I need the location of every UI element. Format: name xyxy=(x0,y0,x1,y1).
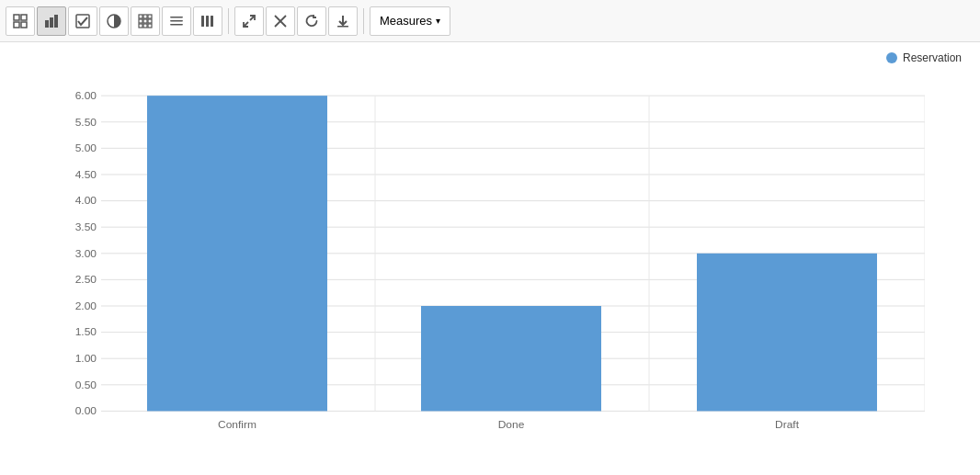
separator-2 xyxy=(363,8,364,34)
svg-rect-20 xyxy=(170,24,183,26)
legend-label: Reservation xyxy=(903,51,962,64)
svg-text:0.50: 0.50 xyxy=(75,379,97,390)
refresh-button[interactable] xyxy=(297,6,326,36)
chart-legend: Reservation xyxy=(886,51,962,64)
measures-dropdown-button[interactable]: Measures ▾ xyxy=(370,6,450,36)
contrast-button[interactable] xyxy=(99,6,129,36)
svg-rect-21 xyxy=(201,16,204,27)
svg-rect-1 xyxy=(21,15,27,20)
check-button[interactable] xyxy=(68,6,97,36)
menu-button[interactable] xyxy=(162,6,191,36)
svg-text:4.00: 4.00 xyxy=(75,195,97,207)
bar-done xyxy=(421,306,601,411)
svg-text:1.00: 1.00 xyxy=(75,352,97,364)
svg-rect-10 xyxy=(143,15,147,18)
svg-rect-17 xyxy=(148,24,152,28)
svg-rect-11 xyxy=(148,15,152,18)
svg-rect-14 xyxy=(148,19,152,23)
svg-text:Done: Done xyxy=(498,419,525,431)
columns-button[interactable] xyxy=(193,6,222,36)
svg-text:5.50: 5.50 xyxy=(75,116,97,128)
svg-text:1.50: 1.50 xyxy=(75,326,97,338)
bar-confirm xyxy=(147,96,327,411)
svg-rect-15 xyxy=(139,24,142,28)
bar-chart-button[interactable] xyxy=(37,6,66,36)
svg-text:2.00: 2.00 xyxy=(75,300,97,311)
svg-text:2.50: 2.50 xyxy=(75,273,97,285)
svg-text:3.50: 3.50 xyxy=(75,221,97,232)
svg-rect-22 xyxy=(206,16,209,27)
svg-rect-5 xyxy=(50,17,53,28)
toolbar: Measures ▾ xyxy=(0,0,980,42)
download-button[interactable] xyxy=(328,6,358,36)
svg-rect-6 xyxy=(54,15,58,28)
svg-rect-4 xyxy=(45,20,49,28)
fullscreen-button[interactable] xyxy=(266,6,295,36)
svg-text:4.50: 4.50 xyxy=(75,168,97,180)
svg-text:6.00: 6.00 xyxy=(75,89,97,101)
chart-area: Reservation 6.00 5.50 5.00 4.50 4.00 3.5… xyxy=(0,42,980,475)
separator-1 xyxy=(228,8,229,34)
measures-arrow-icon: ▾ xyxy=(436,16,440,26)
svg-text:Confirm: Confirm xyxy=(218,419,256,431)
svg-rect-13 xyxy=(143,19,147,23)
table-view-button[interactable] xyxy=(6,6,35,36)
legend-dot xyxy=(886,52,897,63)
svg-rect-19 xyxy=(170,20,183,22)
svg-rect-0 xyxy=(14,15,19,20)
svg-rect-9 xyxy=(139,15,142,18)
svg-rect-23 xyxy=(211,16,213,27)
bar-draft xyxy=(697,254,877,412)
svg-rect-2 xyxy=(14,22,19,28)
measures-label: Measures xyxy=(380,14,432,28)
svg-rect-16 xyxy=(143,24,147,28)
grid-button[interactable] xyxy=(131,6,160,36)
svg-text:0.00: 0.00 xyxy=(75,405,97,417)
svg-text:3.00: 3.00 xyxy=(75,247,97,259)
svg-text:5.00: 5.00 xyxy=(75,141,97,153)
svg-rect-3 xyxy=(21,22,27,28)
svg-rect-12 xyxy=(139,19,142,23)
svg-rect-18 xyxy=(170,17,183,18)
svg-text:Draft: Draft xyxy=(775,419,800,431)
expand-button[interactable] xyxy=(234,6,264,36)
bar-chart-svg: 6.00 5.50 5.00 4.50 4.00 3.50 3.00 2.50 … xyxy=(55,61,925,438)
